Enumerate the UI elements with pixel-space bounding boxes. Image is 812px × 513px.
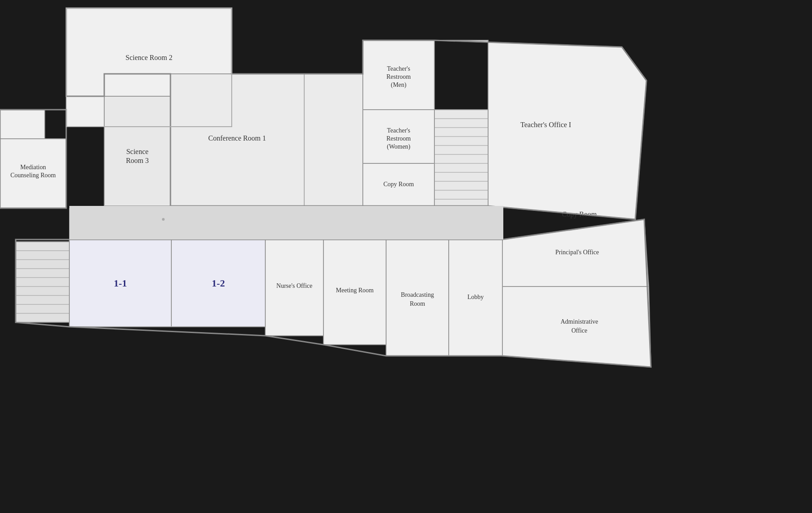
svg-text:Teacher's Office I: Teacher's Office I [520,121,571,128]
svg-text:Administrative: Administrative [561,318,598,325]
svg-text:Restroom: Restroom [387,135,411,142]
svg-text:Science Room 2: Science Room 2 [126,54,173,61]
svg-text:Office: Office [571,327,587,334]
svg-text:Room: Room [410,300,425,307]
svg-point-72 [162,218,165,221]
svg-text:Science: Science [126,148,149,155]
svg-text:Teacher's: Teacher's [387,65,410,72]
svg-text:Teacher's: Teacher's [387,127,410,134]
svg-rect-9 [0,110,45,139]
svg-text:Principal's Office: Principal's Office [555,249,599,256]
svg-rect-71 [69,206,503,239]
svg-text:Counseling Room: Counseling Room [10,172,56,179]
svg-text:Room 3: Room 3 [126,157,149,164]
svg-rect-10 [170,74,363,206]
svg-text:Meeting Room: Meeting Room [336,287,374,294]
svg-text:Copy Room: Copy Room [383,181,414,188]
svg-text:Broadcasting: Broadcasting [401,291,434,298]
svg-rect-23 [434,110,488,206]
svg-text:(Men): (Men) [391,81,407,89]
svg-text:1-1: 1-1 [114,278,127,289]
svg-marker-61 [502,286,651,367]
svg-text:Conference Room 1: Conference Room 1 [208,134,266,142]
svg-text:Mediation: Mediation [20,164,46,171]
svg-rect-37 [16,242,69,322]
floor-plan: Science Room 2 Science Room 3 Mediation … [0,0,812,513]
svg-text:Restroom: Restroom [387,73,411,80]
svg-text:Nurse's Office: Nurse's Office [276,282,312,289]
svg-text:Lobby: Lobby [468,294,484,300]
svg-text:(Women): (Women) [387,143,411,150]
svg-text:1-2: 1-2 [212,278,225,289]
